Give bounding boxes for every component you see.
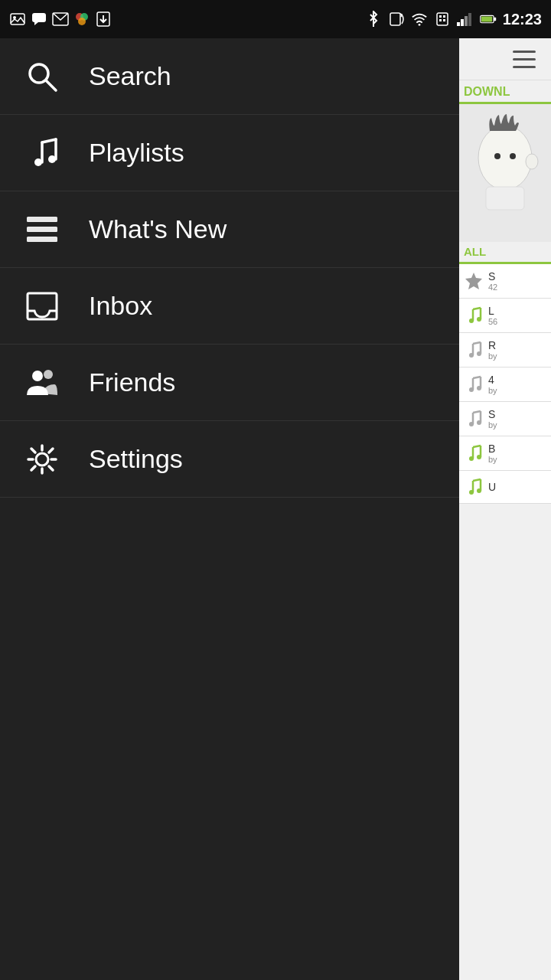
list-item-sub: by (488, 386, 497, 395)
list-item-sub: by (488, 420, 497, 430)
svg-rect-32 (27, 217, 57, 222)
svg-rect-20 (465, 16, 468, 26)
hamburger-menu-button[interactable] (505, 40, 543, 78)
inbox-label: Inbox (89, 291, 152, 321)
right-panel: DOWNL ALL (459, 38, 551, 980)
svg-rect-13 (437, 13, 448, 25)
svg-rect-33 (27, 227, 57, 232)
list-view-icon (23, 211, 61, 249)
list-item[interactable]: S 42 (459, 264, 551, 299)
svg-rect-14 (439, 15, 442, 18)
all-tab-label[interactable]: ALL (464, 245, 486, 258)
list-item-info: B by (488, 443, 497, 464)
svg-rect-43 (486, 187, 524, 210)
svg-rect-21 (468, 13, 471, 26)
svg-point-69 (477, 455, 481, 459)
svg-point-58 (469, 387, 474, 392)
music-note-icon (23, 134, 61, 172)
svg-line-28 (42, 139, 56, 142)
list-item-info: S 42 (488, 270, 497, 292)
people-icon (23, 364, 61, 402)
svg-point-63 (469, 422, 474, 426)
music-note-green-icon-2 (464, 443, 484, 463)
list-item-info: U (488, 481, 496, 493)
svg-point-12 (418, 24, 420, 26)
friends-label: Friends (89, 368, 175, 397)
svg-point-30 (34, 158, 42, 166)
drawer-item-friends[interactable]: Friends (0, 345, 459, 421)
music-note-gray-icon-2 (464, 374, 484, 394)
whats-new-label: What's New (89, 214, 227, 244)
svg-line-71 (473, 479, 481, 481)
svg-rect-16 (439, 19, 442, 21)
talk-icon (31, 11, 47, 28)
status-icons-left (9, 11, 112, 28)
svg-point-48 (469, 318, 474, 323)
drawer-item-search[interactable]: Search (0, 38, 459, 115)
list-item-title: L (488, 305, 497, 317)
hamburger-line-2 (513, 58, 536, 60)
svg-rect-17 (443, 19, 445, 21)
svg-point-53 (469, 353, 474, 358)
svg-line-46 (473, 308, 481, 309)
list-item-info: 4 by (488, 374, 497, 395)
navigation-drawer: Search Playlists (0, 38, 459, 980)
list-item-sub: 56 (488, 317, 497, 326)
list-item[interactable]: U (459, 471, 551, 504)
svg-line-26 (46, 80, 56, 90)
list-item[interactable]: B by (459, 436, 551, 471)
music-note-green-icon (464, 305, 484, 325)
svg-line-61 (473, 411, 481, 413)
svg-point-59 (477, 386, 481, 390)
screen-rotate-icon (388, 11, 405, 28)
music-note-gray-icon-3 (464, 409, 484, 429)
list-item-sub: by (488, 455, 497, 464)
drawer-item-inbox[interactable]: Inbox (0, 268, 459, 345)
status-bar: 12:23 (0, 0, 551, 38)
right-panel-header (459, 38, 551, 80)
wifi-icon (411, 11, 428, 28)
list-item-info: R by (488, 339, 497, 361)
svg-rect-35 (28, 293, 57, 319)
settings-label: Settings (89, 444, 183, 474)
svg-rect-15 (443, 15, 445, 18)
svg-line-51 (473, 342, 481, 344)
svg-point-68 (469, 456, 474, 461)
playlists-label: Playlists (89, 138, 184, 168)
svg-rect-24 (481, 16, 492, 21)
drawer-item-whats-new[interactable]: What's New (0, 191, 459, 268)
colorful-app-icon (73, 11, 90, 28)
list-item[interactable]: S by (459, 402, 551, 436)
drawer-item-playlists[interactable]: Playlists (0, 115, 459, 191)
svg-rect-34 (27, 237, 57, 242)
list-item-title: R (488, 339, 497, 351)
svg-rect-18 (457, 22, 460, 26)
list-item-sub: by (488, 351, 497, 361)
list-item-info: S by (488, 408, 497, 430)
search-icon (23, 57, 61, 96)
download-icon (95, 11, 112, 28)
status-time: 12:23 (503, 11, 542, 28)
music-note-green-icon-3 (464, 477, 484, 497)
svg-line-56 (473, 377, 481, 378)
svg-point-31 (48, 155, 56, 163)
list-item[interactable]: R by (459, 333, 551, 368)
downloads-tab-label[interactable]: DOWNL (464, 85, 546, 102)
svg-point-37 (44, 370, 53, 379)
svg-point-42 (526, 154, 538, 169)
list-item-title: 4 (488, 374, 497, 386)
svg-point-49 (477, 317, 481, 322)
right-track-list: S 42 L 56 (459, 264, 551, 504)
svg-point-36 (32, 371, 43, 381)
svg-point-7 (78, 18, 86, 25)
drawer-item-settings[interactable]: Settings (0, 421, 459, 498)
svg-line-66 (473, 446, 481, 447)
svg-point-38 (36, 453, 48, 466)
bluetooth-icon (365, 11, 382, 28)
svg-point-74 (477, 488, 481, 493)
inbox-icon (23, 287, 61, 325)
svg-point-41 (510, 153, 516, 159)
battery-icon (480, 11, 497, 28)
list-item[interactable]: L 56 (459, 299, 551, 333)
list-item[interactable]: 4 by (459, 368, 551, 402)
